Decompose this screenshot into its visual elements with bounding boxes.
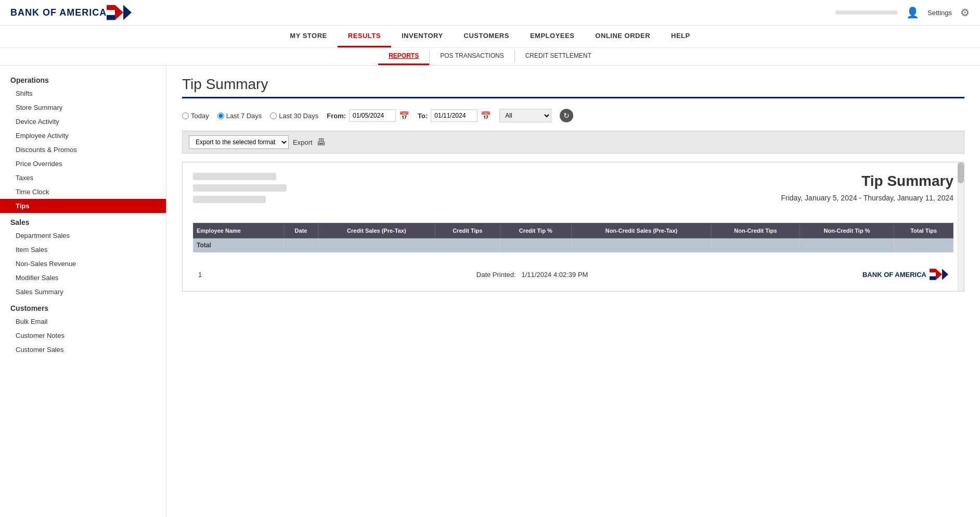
- sidebar: Operations Shifts Store Summary Device A…: [0, 66, 166, 517]
- export-format-select[interactable]: Export to the selected format: [189, 135, 289, 149]
- nav-help[interactable]: HELP: [661, 26, 701, 47]
- to-calendar-icon[interactable]: 📅: [481, 111, 491, 121]
- nav-employees[interactable]: EMPLOYEES: [520, 26, 585, 47]
- page-number: 1: [198, 271, 202, 279]
- radio-today-input[interactable]: [182, 112, 189, 119]
- gear-icon[interactable]: ⚙: [960, 6, 970, 19]
- total-credit-tips: [435, 238, 500, 253]
- radio-today-label: Today: [191, 112, 209, 120]
- sidebar-item-device-activity[interactable]: Device Activity: [0, 115, 166, 129]
- table-header-row: Employee Name Date Credit Sales (Pre-Tax…: [194, 223, 953, 238]
- radio-last7-input[interactable]: [217, 112, 224, 119]
- to-date-group: To: 📅: [418, 109, 491, 122]
- radio-today[interactable]: Today: [182, 112, 209, 120]
- person-icon[interactable]: 👤: [906, 6, 919, 19]
- logo-text: BANK OF AMERICA: [10, 7, 107, 18]
- radio-last7[interactable]: Last 7 Days: [217, 112, 262, 120]
- th-non-credit-sales: Non-Credit Sales (Pre-Tax): [571, 223, 712, 238]
- sidebar-item-item-sales[interactable]: Item Sales: [0, 243, 166, 257]
- sidebar-item-store-summary[interactable]: Store Summary: [0, 100, 166, 115]
- sidebar-item-customer-sales[interactable]: Customer Sales: [0, 343, 166, 357]
- scrollbar-thumb[interactable]: [958, 162, 964, 183]
- sidebar-item-customer-notes[interactable]: Customer Notes: [0, 329, 166, 343]
- settings-label[interactable]: Settings: [927, 9, 952, 17]
- svg-rect-2: [107, 15, 115, 20]
- report-title-area: Tip Summary Friday, January 5, 2024 - Th…: [781, 173, 953, 212]
- refresh-button[interactable]: ↻: [560, 109, 573, 122]
- sidebar-item-discounts-promos[interactable]: Discounts & Promos: [0, 143, 166, 157]
- th-employee-name: Employee Name: [194, 223, 284, 238]
- sidebar-item-shifts[interactable]: Shifts: [0, 86, 166, 100]
- sidebar-item-modifier-sales[interactable]: Modifier Sales: [0, 271, 166, 285]
- th-total-tips: Total Tips: [894, 223, 953, 238]
- subnav-pos-transactions[interactable]: POS TRANSACTIONS: [430, 48, 514, 65]
- total-credit-tip-pct: [500, 238, 571, 253]
- export-button[interactable]: Export: [293, 138, 313, 146]
- subnav-reports[interactable]: REPORTS: [378, 48, 429, 65]
- from-date-input[interactable]: [349, 109, 396, 122]
- th-date: Date: [284, 223, 318, 238]
- main-nav-items: MY STORE RESULTS INVENTORY CUSTOMERS EMP…: [269, 26, 711, 47]
- sidebar-item-taxes[interactable]: Taxes: [0, 171, 166, 185]
- boa-flag-icon: [107, 4, 132, 21]
- nav-online-order[interactable]: ONLINE ORDER: [585, 26, 661, 47]
- svg-marker-3: [115, 5, 123, 20]
- th-non-credit-tips: Non-Credit Tips: [712, 223, 800, 238]
- user-info: [835, 10, 898, 15]
- report-inner: Tip Summary Friday, January 5, 2024 - Th…: [183, 162, 964, 291]
- report-wrapper: Tip Summary Friday, January 5, 2024 - Th…: [182, 162, 964, 292]
- subnav-credit-settlement[interactable]: CREDIT SETTLEMENT: [515, 48, 602, 65]
- th-credit-tips: Credit Tips: [435, 223, 500, 238]
- svg-marker-4: [123, 5, 132, 20]
- sidebar-item-tips[interactable]: Tips: [0, 199, 166, 213]
- main-nav: MY STORE RESULTS INVENTORY CUSTOMERS EMP…: [0, 26, 980, 66]
- total-total-tips: [894, 238, 953, 253]
- filter-dropdown[interactable]: All: [499, 109, 551, 122]
- table-total-row: Total: [194, 238, 953, 253]
- sub-nav: REPORTS POS TRANSACTIONS CREDIT SETTLEME…: [0, 47, 980, 65]
- sidebar-item-department-sales[interactable]: Department Sales: [0, 229, 166, 243]
- page-title: Tip Summary: [182, 76, 964, 93]
- sidebar-item-sales-summary[interactable]: Sales Summary: [0, 285, 166, 299]
- sidebar-item-price-overrides[interactable]: Price Overrides: [0, 157, 166, 171]
- store-info-blurred: [193, 173, 287, 212]
- total-non-credit-tip-pct: [800, 238, 894, 253]
- svg-rect-5: [930, 269, 936, 272]
- nav-my-store[interactable]: MY STORE: [279, 26, 337, 47]
- nav-results[interactable]: RESULTS: [338, 26, 391, 47]
- th-credit-tip-pct: Credit Tip %: [500, 223, 571, 238]
- sidebar-item-bulk-email[interactable]: Bulk Email: [0, 314, 166, 329]
- total-credit-sales: [318, 238, 435, 253]
- header-right: 👤 Settings ⚙: [835, 6, 970, 19]
- sidebar-item-time-clock[interactable]: Time Clock: [0, 185, 166, 199]
- sidebar-item-employee-activity[interactable]: Employee Activity: [0, 129, 166, 143]
- blurred-line-3: [193, 196, 266, 203]
- footer-logo-text: BANK OF AMERICA: [862, 271, 926, 279]
- scrollbar-track[interactable]: [958, 162, 964, 291]
- svg-rect-7: [930, 276, 936, 280]
- title-divider: [182, 97, 964, 98]
- from-date-group: From: 📅: [327, 109, 409, 122]
- report-footer: 1 Date Printed: 1/11/2024 4:02:39 PM BAN…: [193, 268, 953, 281]
- footer-logo-flag: [930, 268, 948, 281]
- blurred-line-2: [193, 184, 287, 192]
- svg-rect-1: [107, 10, 115, 15]
- sidebar-item-non-sales-revenue[interactable]: Non-Sales Revenue: [0, 257, 166, 271]
- logo-area: BANK OF AMERICA: [10, 4, 132, 21]
- total-non-credit-sales: [571, 238, 712, 253]
- radio-last30[interactable]: Last 30 Days: [270, 112, 318, 120]
- nav-customers[interactable]: CUSTOMERS: [454, 26, 520, 47]
- from-calendar-icon[interactable]: 📅: [399, 111, 409, 121]
- to-date-input[interactable]: [431, 109, 478, 122]
- radio-last30-input[interactable]: [270, 112, 277, 119]
- th-credit-sales: Credit Sales (Pre-Tax): [318, 223, 435, 238]
- svg-marker-9: [942, 269, 948, 280]
- footer-logo: BANK OF AMERICA: [862, 268, 948, 281]
- print-icon[interactable]: 🖶: [317, 137, 326, 148]
- total-non-credit-tips: [712, 238, 800, 253]
- nav-inventory[interactable]: INVENTORY: [391, 26, 454, 47]
- export-bar: Export to the selected format Export 🖶: [182, 131, 964, 154]
- filter-bar: Today Last 7 Days Last 30 Days From: 📅 T…: [182, 109, 964, 122]
- report-table: Employee Name Date Credit Sales (Pre-Tax…: [193, 223, 953, 253]
- sidebar-section-customers: Customers: [0, 299, 166, 314]
